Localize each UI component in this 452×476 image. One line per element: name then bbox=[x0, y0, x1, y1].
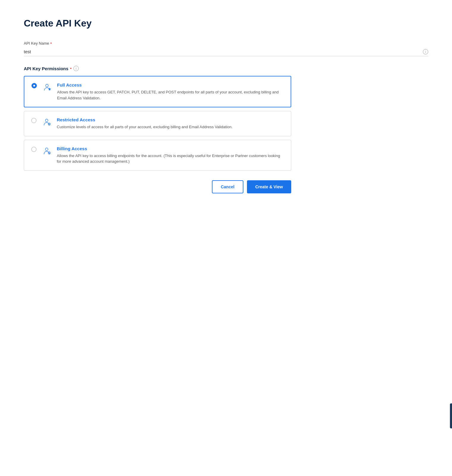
svg-point-0 bbox=[46, 84, 48, 87]
billing-access-title: Billing Access bbox=[57, 146, 284, 151]
api-key-name-label: API Key Name • bbox=[24, 41, 428, 46]
full-access-title: Full Access bbox=[57, 82, 284, 87]
page-title: Create API Key bbox=[24, 18, 428, 29]
create-view-button[interactable]: Create & View bbox=[247, 180, 291, 193]
svg-point-4 bbox=[49, 124, 50, 125]
billing-access-option[interactable]: $ Billing Access Allows the API key to a… bbox=[24, 140, 291, 171]
restricted-access-description: Customize levels of access for all parts… bbox=[57, 124, 284, 130]
restricted-access-content: Restricted Access Customize levels of ac… bbox=[57, 117, 284, 130]
api-key-name-input-wrapper: i bbox=[24, 47, 428, 56]
permissions-required-indicator: • bbox=[70, 66, 72, 71]
restricted-access-radio[interactable] bbox=[31, 118, 37, 123]
svg-point-13 bbox=[45, 148, 48, 151]
svg-text:$: $ bbox=[49, 152, 50, 154]
billing-access-content: Billing Access Allows the API key to acc… bbox=[57, 146, 284, 165]
required-indicator: • bbox=[50, 41, 52, 46]
api-key-name-input[interactable] bbox=[24, 47, 428, 56]
billing-access-icon: $ bbox=[41, 145, 52, 156]
svg-line-10 bbox=[50, 125, 50, 125]
svg-line-12 bbox=[50, 123, 50, 123]
full-access-description: Allows the API key to access GET, PATCH,… bbox=[57, 89, 284, 101]
svg-line-11 bbox=[48, 125, 49, 125]
full-access-option[interactable]: Full Access Allows the API key to access… bbox=[24, 76, 291, 107]
billing-access-radio[interactable] bbox=[31, 147, 37, 152]
restricted-access-title: Restricted Access bbox=[57, 117, 284, 122]
cancel-button[interactable]: Cancel bbox=[212, 180, 243, 193]
options-container: Full Access Allows the API key to access… bbox=[24, 76, 291, 171]
billing-access-description: Allows the API key to access billing end… bbox=[57, 153, 284, 165]
full-access-icon bbox=[42, 82, 52, 93]
full-access-radio[interactable] bbox=[32, 83, 37, 88]
actions-row: Cancel Create & View bbox=[24, 180, 291, 193]
page-wrapper: Create API Key API Key Name • i API Key … bbox=[0, 0, 452, 476]
permissions-info-icon[interactable]: i bbox=[73, 66, 79, 71]
restricted-access-option[interactable]: Restricted Access Customize levels of ac… bbox=[24, 111, 291, 136]
svg-line-9 bbox=[48, 123, 49, 123]
api-key-name-section: API Key Name • i bbox=[24, 41, 428, 56]
svg-point-2 bbox=[45, 119, 48, 122]
permissions-section: API Key Permissions • i Full bbox=[24, 66, 428, 171]
feedback-tab[interactable]: Feedback bbox=[450, 403, 452, 428]
restricted-access-icon bbox=[41, 117, 52, 127]
api-key-name-info-icon[interactable]: i bbox=[423, 49, 428, 54]
permissions-label: API Key Permissions • i bbox=[24, 66, 428, 71]
full-access-content: Full Access Allows the API key to access… bbox=[57, 82, 284, 101]
